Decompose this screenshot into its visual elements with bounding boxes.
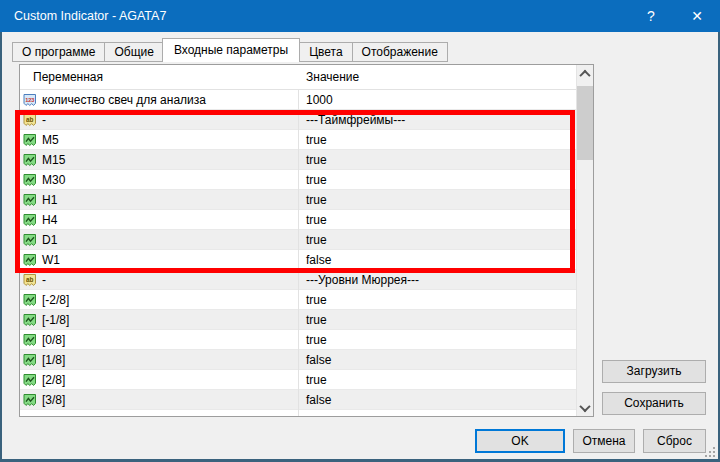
chart-icon	[23, 373, 37, 387]
tab-0[interactable]: О программе	[12, 42, 104, 62]
chart-icon	[23, 313, 37, 327]
param-value[interactable]: true	[298, 133, 576, 147]
scroll-up-button[interactable]	[577, 65, 593, 82]
param-name-cell: [1/8]	[20, 353, 298, 367]
chevron-up-icon	[579, 69, 590, 80]
param-name-cell: 123количество свеч для анализа	[20, 93, 298, 107]
chart-icon	[23, 253, 37, 267]
text-icon: ab	[23, 113, 37, 127]
close-button[interactable]: ✕	[674, 0, 720, 32]
param-name-cell: [-2/8]	[20, 293, 298, 307]
ok-button[interactable]: OK	[475, 429, 565, 453]
param-name-cell: M30	[20, 173, 298, 187]
param-name: H4	[42, 213, 57, 227]
cancel-button[interactable]: Отмена	[573, 429, 635, 453]
param-value[interactable]: false	[298, 393, 576, 407]
param-name: [-2/8]	[42, 293, 69, 307]
svg-text:ab: ab	[26, 115, 34, 122]
chevron-down-icon	[579, 400, 590, 411]
load-button[interactable]: Загрузить	[602, 360, 706, 383]
param-name: [-1/8]	[42, 313, 69, 327]
scrollbar-thumb[interactable]	[577, 86, 593, 160]
param-name: [0/8]	[42, 333, 65, 347]
custom-indicator-dialog: Custom Indicator - AGATA7 ? ✕ О программ…	[0, 0, 720, 462]
tab-4[interactable]: Отображение	[352, 42, 448, 62]
param-name: [3/8]	[42, 393, 65, 407]
param-name: W1	[42, 253, 60, 267]
table-header: Переменная Значение	[20, 65, 593, 90]
titlebar[interactable]: Custom Indicator - AGATA7 ? ✕	[0, 0, 720, 32]
param-name-cell: W1	[20, 253, 298, 267]
titlebar-buttons: ? ✕	[628, 0, 720, 32]
column-divider	[298, 65, 299, 416]
chart-icon	[23, 333, 37, 347]
param-name-cell: H4	[20, 213, 298, 227]
column-header-value: Значение	[298, 70, 593, 84]
param-name: [2/8]	[42, 373, 65, 387]
param-name-cell: ab-	[20, 113, 298, 127]
reset-button[interactable]: Сброс	[643, 429, 706, 453]
chart-icon	[23, 153, 37, 167]
param-name-cell: ab-	[20, 273, 298, 287]
resize-grip-icon[interactable]	[703, 445, 715, 457]
chart-icon	[23, 213, 37, 227]
param-value[interactable]: true	[298, 233, 576, 247]
param-value[interactable]: true	[298, 213, 576, 227]
param-value[interactable]: false	[298, 253, 576, 267]
svg-text:ab: ab	[26, 275, 34, 282]
param-value[interactable]: ---Уровни Мюррея---	[298, 273, 576, 287]
chart-icon	[23, 233, 37, 247]
param-name-cell: D1	[20, 233, 298, 247]
param-value[interactable]: ---Таймфреймы---	[298, 113, 576, 127]
param-name-cell: M5	[20, 133, 298, 147]
text-icon: ab	[23, 273, 37, 287]
help-button[interactable]: ?	[628, 0, 674, 32]
tab-1[interactable]: Общие	[104, 42, 162, 62]
param-name-cell: [0/8]	[20, 333, 298, 347]
param-value[interactable]: true	[298, 153, 576, 167]
chart-icon	[23, 193, 37, 207]
param-name-cell: H1	[20, 193, 298, 207]
param-value[interactable]: true	[298, 373, 576, 387]
tab-3[interactable]: Цвета	[299, 42, 351, 62]
param-name: M30	[42, 173, 65, 187]
param-name: M15	[42, 153, 65, 167]
param-name: -	[42, 113, 46, 127]
chart-icon	[23, 173, 37, 187]
param-name: M5	[42, 133, 59, 147]
column-header-variable: Переменная	[20, 70, 298, 84]
param-name-cell: [2/8]	[20, 373, 298, 387]
chart-icon	[23, 133, 37, 147]
param-name: [1/8]	[42, 353, 65, 367]
param-value[interactable]: true	[298, 313, 576, 327]
tab-2[interactable]: Входные параметры	[162, 38, 300, 62]
param-name: количество свеч для анализа	[42, 93, 206, 107]
param-name: D1	[42, 233, 57, 247]
window-title: Custom Indicator - AGATA7	[14, 9, 166, 23]
param-value[interactable]: true	[298, 333, 576, 347]
tabstrip: О программеОбщиеВходные параметрыЦветаОт…	[12, 40, 448, 62]
parameters-table: Переменная Значение 123количество свеч д…	[19, 64, 594, 417]
vertical-scrollbar[interactable]	[576, 65, 593, 416]
param-name-cell: [3/8]	[20, 393, 298, 407]
chart-icon	[23, 293, 37, 307]
number-icon: 123	[23, 93, 37, 107]
save-button[interactable]: Сохранить	[602, 392, 706, 415]
chart-icon	[23, 353, 37, 367]
param-value[interactable]: true	[298, 173, 576, 187]
chart-icon	[23, 393, 37, 407]
param-name: H1	[42, 193, 57, 207]
param-value[interactable]: false	[298, 353, 576, 367]
param-value[interactable]: 1000	[298, 93, 576, 107]
param-name-cell: M15	[20, 153, 298, 167]
param-name: -	[42, 273, 46, 287]
param-value[interactable]: true	[298, 293, 576, 307]
scroll-down-button[interactable]	[577, 399, 593, 416]
param-name-cell: [-1/8]	[20, 313, 298, 327]
param-value[interactable]: true	[298, 193, 576, 207]
svg-text:123: 123	[25, 96, 34, 102]
